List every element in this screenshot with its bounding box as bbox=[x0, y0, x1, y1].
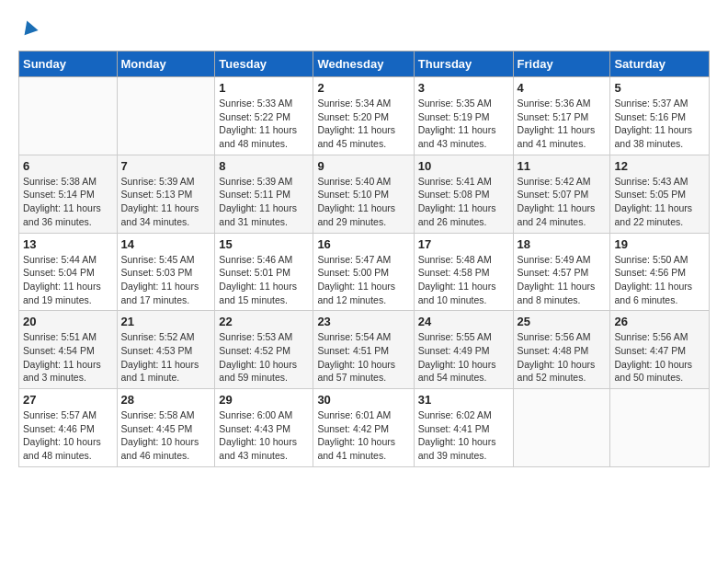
day-number: 23 bbox=[317, 315, 409, 328]
week-row-1: 6Sunrise: 5:38 AM Sunset: 5:14 PM Daylig… bbox=[19, 155, 710, 233]
day-info: Sunrise: 5:40 AM Sunset: 5:10 PM Dayligh… bbox=[317, 175, 409, 229]
day-info: Sunrise: 5:53 AM Sunset: 4:52 PM Dayligh… bbox=[219, 330, 309, 385]
calendar-cell: 28Sunrise: 5:58 AM Sunset: 4:45 PM Dayli… bbox=[117, 389, 215, 467]
day-number: 6 bbox=[23, 159, 113, 173]
week-row-4: 27Sunrise: 5:57 AM Sunset: 4:46 PM Dayli… bbox=[19, 389, 710, 467]
day-info: Sunrise: 5:56 AM Sunset: 4:48 PM Dayligh… bbox=[518, 330, 607, 385]
day-number: 18 bbox=[518, 237, 607, 251]
calendar-cell: 22Sunrise: 5:53 AM Sunset: 4:52 PM Dayli… bbox=[215, 311, 313, 389]
day-info: Sunrise: 5:41 AM Sunset: 5:08 PM Dayligh… bbox=[418, 175, 509, 229]
day-info: Sunrise: 5:39 AM Sunset: 5:13 PM Dayligh… bbox=[121, 175, 211, 229]
day-number: 27 bbox=[23, 393, 113, 407]
day-info: Sunrise: 5:36 AM Sunset: 5:17 PM Dayligh… bbox=[518, 97, 607, 151]
calendar-cell: 8Sunrise: 5:39 AM Sunset: 5:11 PM Daylig… bbox=[215, 155, 313, 233]
calendar-cell: 5Sunrise: 5:37 AM Sunset: 5:16 PM Daylig… bbox=[610, 77, 710, 155]
day-number: 10 bbox=[418, 159, 509, 173]
day-info: Sunrise: 5:35 AM Sunset: 5:19 PM Dayligh… bbox=[418, 97, 509, 151]
calendar-cell: 20Sunrise: 5:51 AM Sunset: 4:54 PM Dayli… bbox=[19, 311, 118, 389]
day-info: Sunrise: 5:58 AM Sunset: 4:45 PM Dayligh… bbox=[121, 408, 211, 463]
calendar-cell: 29Sunrise: 6:00 AM Sunset: 4:43 PM Dayli… bbox=[215, 389, 313, 467]
day-number: 9 bbox=[317, 159, 409, 173]
day-info: Sunrise: 5:49 AM Sunset: 4:57 PM Dayligh… bbox=[518, 253, 607, 307]
day-number: 2 bbox=[317, 81, 409, 95]
day-info: Sunrise: 5:55 AM Sunset: 4:49 PM Dayligh… bbox=[418, 330, 509, 385]
week-row-3: 20Sunrise: 5:51 AM Sunset: 4:54 PM Dayli… bbox=[19, 311, 710, 389]
header-wednesday: Wednesday bbox=[313, 52, 414, 77]
day-number: 24 bbox=[418, 315, 509, 328]
calendar-cell: 14Sunrise: 5:45 AM Sunset: 5:03 PM Dayli… bbox=[117, 233, 215, 311]
day-number: 26 bbox=[614, 315, 705, 328]
header-sunday: Sunday bbox=[19, 52, 118, 77]
calendar-cell: 25Sunrise: 5:56 AM Sunset: 4:48 PM Dayli… bbox=[513, 311, 610, 389]
day-info: Sunrise: 5:48 AM Sunset: 4:58 PM Dayligh… bbox=[418, 253, 509, 307]
day-info: Sunrise: 5:51 AM Sunset: 4:54 PM Dayligh… bbox=[23, 330, 113, 385]
calendar-cell: 12Sunrise: 5:43 AM Sunset: 5:05 PM Dayli… bbox=[610, 155, 710, 233]
day-number: 20 bbox=[23, 315, 113, 328]
day-number: 4 bbox=[518, 81, 607, 95]
day-info: Sunrise: 5:34 AM Sunset: 5:20 PM Dayligh… bbox=[317, 97, 409, 151]
calendar-cell: 31Sunrise: 6:02 AM Sunset: 4:41 PM Dayli… bbox=[414, 389, 513, 467]
day-info: Sunrise: 5:38 AM Sunset: 5:14 PM Dayligh… bbox=[23, 175, 113, 229]
calendar-cell: 23Sunrise: 5:54 AM Sunset: 4:51 PM Dayli… bbox=[313, 311, 414, 389]
day-number: 29 bbox=[219, 393, 309, 407]
day-number: 1 bbox=[219, 81, 309, 95]
calendar-cell bbox=[610, 389, 710, 467]
day-info: Sunrise: 5:44 AM Sunset: 5:04 PM Dayligh… bbox=[23, 253, 113, 307]
calendar-cell: 13Sunrise: 5:44 AM Sunset: 5:04 PM Dayli… bbox=[19, 233, 118, 311]
day-info: Sunrise: 5:46 AM Sunset: 5:01 PM Dayligh… bbox=[219, 253, 309, 307]
calendar-cell: 18Sunrise: 5:49 AM Sunset: 4:57 PM Dayli… bbox=[513, 233, 610, 311]
calendar-cell: 10Sunrise: 5:41 AM Sunset: 5:08 PM Dayli… bbox=[414, 155, 513, 233]
calendar-cell: 26Sunrise: 5:56 AM Sunset: 4:47 PM Dayli… bbox=[610, 311, 710, 389]
calendar-cell: 1Sunrise: 5:33 AM Sunset: 5:22 PM Daylig… bbox=[215, 77, 313, 155]
day-info: Sunrise: 6:00 AM Sunset: 4:43 PM Dayligh… bbox=[219, 408, 309, 463]
logo bbox=[18, 18, 39, 37]
calendar-cell: 15Sunrise: 5:46 AM Sunset: 5:01 PM Dayli… bbox=[215, 233, 313, 311]
header-monday: Monday bbox=[117, 52, 215, 77]
calendar-cell: 27Sunrise: 5:57 AM Sunset: 4:46 PM Dayli… bbox=[19, 389, 118, 467]
day-number: 30 bbox=[317, 393, 409, 407]
day-info: Sunrise: 5:33 AM Sunset: 5:22 PM Dayligh… bbox=[219, 97, 309, 151]
week-row-2: 13Sunrise: 5:44 AM Sunset: 5:04 PM Dayli… bbox=[19, 233, 710, 311]
calendar-cell: 9Sunrise: 5:40 AM Sunset: 5:10 PM Daylig… bbox=[313, 155, 414, 233]
day-number: 8 bbox=[219, 159, 309, 173]
calendar-cell: 21Sunrise: 5:52 AM Sunset: 4:53 PM Dayli… bbox=[117, 311, 215, 389]
day-info: Sunrise: 6:01 AM Sunset: 4:42 PM Dayligh… bbox=[317, 408, 409, 463]
calendar-cell: 19Sunrise: 5:50 AM Sunset: 4:56 PM Dayli… bbox=[610, 233, 710, 311]
day-info: Sunrise: 5:52 AM Sunset: 4:53 PM Dayligh… bbox=[121, 330, 211, 385]
day-number: 14 bbox=[121, 237, 211, 251]
day-number: 28 bbox=[121, 393, 211, 407]
day-number: 5 bbox=[614, 81, 705, 95]
week-row-0: 1Sunrise: 5:33 AM Sunset: 5:22 PM Daylig… bbox=[19, 77, 710, 155]
day-number: 15 bbox=[219, 237, 309, 251]
header-saturday: Saturday bbox=[610, 52, 710, 77]
day-number: 31 bbox=[418, 393, 509, 407]
calendar-cell: 6Sunrise: 5:38 AM Sunset: 5:14 PM Daylig… bbox=[19, 155, 118, 233]
header-tuesday: Tuesday bbox=[215, 52, 313, 77]
header bbox=[18, 18, 710, 37]
day-info: Sunrise: 5:39 AM Sunset: 5:11 PM Dayligh… bbox=[219, 175, 309, 229]
header-row: SundayMondayTuesdayWednesdayThursdayFrid… bbox=[19, 52, 710, 77]
day-info: Sunrise: 5:56 AM Sunset: 4:47 PM Dayligh… bbox=[614, 330, 705, 385]
header-thursday: Thursday bbox=[414, 52, 513, 77]
day-number: 19 bbox=[614, 237, 705, 251]
day-number: 25 bbox=[518, 315, 607, 328]
calendar-cell bbox=[117, 77, 215, 155]
calendar-cell: 4Sunrise: 5:36 AM Sunset: 5:17 PM Daylig… bbox=[513, 77, 610, 155]
day-number: 17 bbox=[418, 237, 509, 251]
svg-marker-0 bbox=[20, 18, 39, 35]
day-number: 16 bbox=[317, 237, 409, 251]
day-info: Sunrise: 5:57 AM Sunset: 4:46 PM Dayligh… bbox=[23, 408, 113, 463]
day-info: Sunrise: 6:02 AM Sunset: 4:41 PM Dayligh… bbox=[418, 408, 509, 463]
day-info: Sunrise: 5:37 AM Sunset: 5:16 PM Dayligh… bbox=[614, 97, 705, 151]
calendar-cell bbox=[513, 389, 610, 467]
calendar-cell: 11Sunrise: 5:42 AM Sunset: 5:07 PM Dayli… bbox=[513, 155, 610, 233]
day-info: Sunrise: 5:50 AM Sunset: 4:56 PM Dayligh… bbox=[614, 253, 705, 307]
calendar-cell: 17Sunrise: 5:48 AM Sunset: 4:58 PM Dayli… bbox=[414, 233, 513, 311]
day-number: 13 bbox=[23, 237, 113, 251]
calendar-cell: 30Sunrise: 6:01 AM Sunset: 4:42 PM Dayli… bbox=[313, 389, 414, 467]
day-number: 22 bbox=[219, 315, 309, 328]
day-number: 21 bbox=[121, 315, 211, 328]
calendar-cell: 3Sunrise: 5:35 AM Sunset: 5:19 PM Daylig… bbox=[414, 77, 513, 155]
day-info: Sunrise: 5:54 AM Sunset: 4:51 PM Dayligh… bbox=[317, 330, 409, 385]
calendar-cell: 7Sunrise: 5:39 AM Sunset: 5:13 PM Daylig… bbox=[117, 155, 215, 233]
